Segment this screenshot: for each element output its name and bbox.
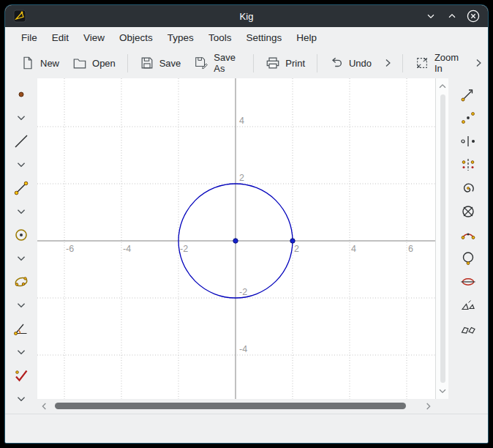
mirror-icon[interactable] (456, 153, 480, 176)
menu-help[interactable]: Help (289, 29, 324, 47)
save-button[interactable]: Save (133, 51, 188, 75)
zoom-in-icon (415, 56, 429, 70)
harmonic-homology-icon[interactable] (456, 270, 480, 294)
main-area: -6 -4 -2 2 4 6 4 2 -2 -4 (5, 78, 488, 414)
scroll-right-arrow-icon[interactable] (422, 400, 434, 412)
chevron-down-icon[interactable] (10, 153, 33, 176)
undo-icon (329, 56, 344, 70)
similitude-icon[interactable] (456, 223, 480, 247)
new-document-icon (20, 56, 35, 70)
desktop-background: { "window": { "title": "Kig", "control_i… (0, 0, 493, 448)
y-tick-label: 4 (239, 116, 244, 126)
new-button-label: New (40, 58, 59, 69)
maximize-icon[interactable] (445, 10, 459, 23)
chevron-down-icon[interactable] (10, 106, 33, 130)
axis-tick-labels: -6 -4 -2 2 4 6 4 2 -2 -4 (66, 116, 413, 354)
status-bar (5, 414, 488, 443)
toolbar-separator (402, 54, 403, 72)
zoom-in-button[interactable]: Zoom In (408, 48, 469, 78)
line-icon[interactable] (10, 130, 33, 153)
print-button[interactable]: Print (259, 51, 312, 75)
y-tick-label: -2 (239, 287, 247, 297)
menu-tools[interactable]: Tools (201, 29, 239, 47)
new-button[interactable]: New (14, 51, 66, 75)
open-button-label: Open (92, 58, 116, 69)
toolbar-separator (253, 54, 254, 72)
x-tick-label: 6 (408, 244, 413, 254)
translate-icon[interactable] (456, 83, 480, 106)
toolbar-separator (127, 54, 128, 72)
titlebar[interactable]: Kig (5, 5, 488, 27)
close-icon[interactable] (467, 10, 480, 23)
test-check-icon[interactable] (10, 364, 33, 387)
chevron-down-icon[interactable] (10, 200, 33, 223)
scroll-up-arrow-icon[interactable] (437, 81, 448, 92)
toolbar-overflow-chevron-icon[interactable] (469, 52, 488, 74)
save-as-button-label: Save As (214, 52, 241, 74)
chevron-down-icon[interactable] (10, 247, 33, 270)
kig-window: Kig File Edit View Objects Types Tools S… (5, 5, 488, 443)
open-button[interactable]: Open (66, 51, 122, 75)
vertical-scrollbar[interactable] (435, 78, 448, 399)
point-icon[interactable] (10, 83, 33, 106)
main-toolbar: New Open Save Save As Print Undo (5, 48, 488, 78)
geometry-canvas[interactable]: -6 -4 -2 2 4 6 4 2 -2 -4 (37, 78, 435, 399)
radius-point-object[interactable] (290, 239, 295, 243)
menu-file[interactable]: File (14, 29, 45, 47)
angle-icon[interactable] (10, 317, 33, 340)
open-folder-icon (72, 56, 87, 70)
save-button-label: Save (159, 58, 181, 69)
horizontal-scrollbar[interactable] (37, 399, 435, 414)
segment-icon[interactable] (10, 176, 33, 200)
chevron-down-icon[interactable] (10, 294, 33, 317)
x-tick-label: -2 (180, 244, 188, 254)
projectivity-icon[interactable] (456, 317, 480, 340)
print-button-label: Print (285, 58, 305, 69)
horizontal-scrollbar-handle[interactable] (55, 403, 406, 409)
window-controls (424, 10, 488, 23)
conic-icon[interactable] (10, 270, 33, 294)
menu-edit[interactable]: Edit (45, 29, 76, 47)
canvas-region: -6 -4 -2 2 4 6 4 2 -2 -4 (37, 78, 435, 414)
menu-settings[interactable]: Settings (238, 29, 289, 47)
reflect-over-point-icon[interactable] (456, 106, 480, 130)
window-title: Kig (5, 11, 488, 22)
save-icon (140, 56, 154, 70)
projective-rotation-icon[interactable] (456, 247, 480, 270)
zoom-in-button-label: Zoom In (434, 52, 462, 74)
x-tick-label: -4 (123, 244, 131, 254)
x-tick-label: -6 (66, 244, 74, 254)
toolbar-separator (317, 54, 317, 72)
undo-button-label: Undo (349, 58, 372, 69)
x-tick-label: 2 (294, 244, 299, 254)
x-tick-label: 4 (351, 244, 356, 254)
right-tool-column (448, 78, 488, 414)
center-point-object[interactable] (233, 239, 238, 243)
scroll-down-arrow-icon[interactable] (437, 385, 448, 397)
rotate-icon[interactable] (456, 176, 480, 200)
vertical-scrollbar-handle[interactable] (440, 94, 445, 383)
y-tick-label: 2 (239, 173, 244, 183)
menu-view[interactable]: View (76, 29, 112, 47)
save-as-icon (194, 56, 208, 70)
menubar: File Edit View Objects Types Tools Setti… (5, 27, 488, 48)
save-as-button[interactable]: Save As (187, 48, 248, 78)
inversion-icon[interactable] (456, 200, 480, 223)
scale-icon[interactable] (456, 294, 480, 317)
circle-icon[interactable] (10, 223, 33, 247)
chevron-down-icon[interactable] (10, 387, 33, 411)
print-icon (266, 56, 280, 70)
undo-button[interactable]: Undo (323, 51, 378, 75)
point-reflection-icon[interactable] (456, 130, 480, 153)
left-tool-column (5, 78, 37, 414)
chevron-down-icon[interactable] (10, 340, 33, 364)
toolbar-overflow-chevron-icon[interactable] (378, 52, 397, 74)
menu-types[interactable]: Types (160, 29, 201, 47)
scroll-left-arrow-icon[interactable] (39, 400, 50, 412)
minimize-icon[interactable] (424, 10, 437, 23)
menu-objects[interactable]: Objects (112, 29, 160, 47)
y-tick-label: -4 (239, 344, 247, 354)
